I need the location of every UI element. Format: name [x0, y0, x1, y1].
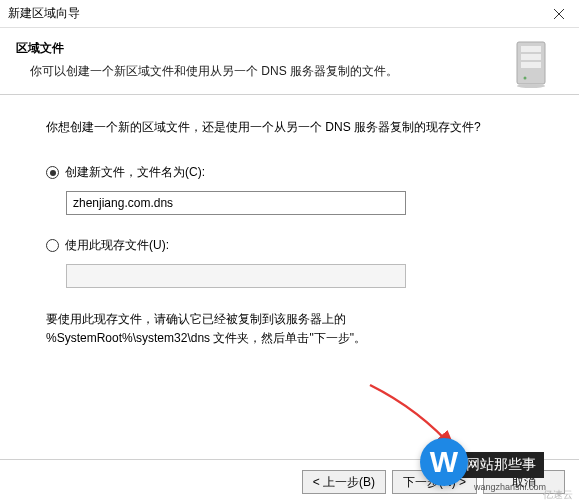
- watermark-url: wangzhanshi.com: [474, 482, 546, 492]
- svg-rect-5: [521, 62, 541, 68]
- svg-rect-4: [521, 54, 541, 60]
- header-title: 区域文件: [16, 40, 563, 57]
- watermark-logo: W: [420, 438, 468, 486]
- new-filename-input[interactable]: [66, 191, 406, 215]
- svg-rect-3: [521, 46, 541, 52]
- watermark-corner: 亿速云: [543, 488, 573, 502]
- radio-create-new[interactable]: 创建新文件，文件名为(C):: [46, 164, 533, 181]
- svg-point-6: [524, 77, 527, 80]
- note-text: 要使用此现存文件，请确认它已经被复制到该服务器上的 %SystemRoot%\s…: [46, 310, 533, 348]
- radio-icon: [46, 239, 59, 252]
- question-text: 你想创建一个新的区域文件，还是使用一个从另一个 DNS 服务器复制的现存文件?: [46, 119, 533, 136]
- window-title: 新建区域向导: [8, 5, 80, 22]
- close-icon: [554, 9, 564, 19]
- radio-icon: [46, 166, 59, 179]
- wizard-header: 区域文件 你可以创建一个新区域文件和使用从另一个 DNS 服务器复制的文件。: [0, 28, 579, 95]
- note-line1: 要使用此现存文件，请确认它已经被复制到该服务器上的: [46, 310, 533, 329]
- server-icon: [511, 40, 551, 93]
- note-line2: %SystemRoot%\system32\dns 文件夹，然后单击"下一步"。: [46, 329, 533, 348]
- watermark-text: 网站那些事: [458, 452, 544, 478]
- watermark-logo-letter: W: [430, 445, 458, 479]
- existing-filename-input: [66, 264, 406, 288]
- wizard-content: 你想创建一个新的区域文件，还是使用一个从另一个 DNS 服务器复制的现存文件? …: [0, 95, 579, 358]
- svg-point-7: [517, 84, 545, 88]
- radio-use-existing[interactable]: 使用此现存文件(U):: [46, 237, 533, 254]
- titlebar: 新建区域向导: [0, 0, 579, 28]
- radio-existing-label: 使用此现存文件(U):: [65, 237, 169, 254]
- header-description: 你可以创建一个新区域文件和使用从另一个 DNS 服务器复制的文件。: [16, 63, 563, 80]
- close-button[interactable]: [539, 0, 579, 28]
- back-button[interactable]: < 上一步(B): [302, 470, 386, 494]
- radio-create-label: 创建新文件，文件名为(C):: [65, 164, 205, 181]
